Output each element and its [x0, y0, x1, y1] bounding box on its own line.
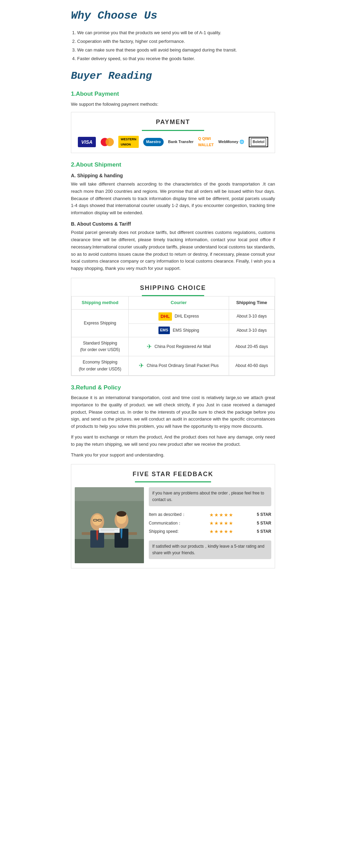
- feedback-row-item: Item as described： ★★★★★ 5 STAR: [149, 511, 271, 519]
- item-stars: ★★★★★: [209, 511, 234, 519]
- chinapost-icon-2: ✈: [139, 361, 144, 371]
- payment-logos: VISA WESTERNUNION Maestro Bank Transfer …: [77, 136, 269, 148]
- shipping-table: Shipping method Courier Shipping Time Ex…: [71, 296, 275, 376]
- standard-label: China Post Registered Air Mail: [155, 343, 211, 350]
- payment-box: PAYMENT VISA WESTERNUNION Maestro Bank T…: [71, 112, 275, 153]
- shipping-choice-box: SHIPPING CHOICE Shipping method Courier …: [71, 278, 275, 376]
- comm-label: Communication：: [149, 520, 187, 527]
- svg-point-14: [117, 511, 126, 517]
- feedback-row-communication: Communication： ★★★★★ 5 STAR: [149, 519, 271, 527]
- standard-method-cell: Standard Shipping(for order over USD5): [72, 337, 129, 356]
- standard-courier-cell: ✈ China Post Registered Air Mail: [129, 337, 229, 356]
- table-row: Standard Shipping(for order over USD5) ✈…: [72, 337, 275, 356]
- express-method-cell: Express Shipping: [72, 309, 129, 337]
- economy-method-cell: Economy Shipping(for order under USD5): [72, 356, 129, 375]
- refund-text-3: Thank you for your support and understan…: [71, 452, 275, 459]
- bank-transfer-logo: Bank Transfer: [168, 139, 193, 145]
- maestro-logo: Maestro: [143, 138, 163, 146]
- svg-rect-15: [99, 528, 120, 533]
- col-courier: Courier: [129, 296, 229, 309]
- table-row: Economy Shipping(for order under USD5) ✈…: [72, 356, 275, 375]
- payment-underline: [142, 130, 204, 131]
- ems-courier-cell: EMS EMS Shipping: [129, 324, 229, 337]
- feedback-content: if you have any problems about the order…: [71, 487, 275, 568]
- table-row: Express Shipping DHL DHL Express About 3…: [72, 309, 275, 324]
- feedback-bubble-bottom: If satisfied with our products，kindly le…: [149, 540, 271, 559]
- economy-label: China Post Ordinary Small Packet Plus: [147, 362, 219, 369]
- chinapost-icon: ✈: [147, 342, 152, 352]
- feedback-row-shipping: Shipping speed: ★★★★★ 5 STAR: [149, 528, 271, 535]
- economy-courier-cell: ✈ China Post Ordinary Small Packet Plus: [129, 356, 229, 375]
- col-method: Shipping method: [72, 296, 129, 309]
- svg-rect-18: [75, 487, 144, 501]
- ship-stars: ★★★★★: [209, 528, 234, 535]
- ems-time-cell: About 3-10 days: [229, 324, 274, 337]
- dhl-time-cell: About 3-10 days: [229, 309, 274, 324]
- ship-value: 5 STAR: [256, 528, 271, 535]
- customs-tariff-title: B. About Customs & Tariff: [71, 220, 275, 228]
- shipping-handling-title: A. Shipping & handing: [71, 172, 275, 179]
- refund-section: 3.Refund & Policy Because it is an inter…: [71, 383, 275, 459]
- shipment-section-title: 2.About Shipment: [71, 160, 275, 169]
- why-item-1: We can promise you that the products we …: [77, 29, 275, 37]
- ship-label: Shipping speed:: [149, 528, 187, 535]
- payment-subtitle: We support the following payment methods…: [71, 101, 275, 108]
- dhl-courier-cell: DHL DHL Express: [129, 309, 229, 324]
- ems-badge: EMS: [158, 327, 170, 334]
- refund-text-2: If you want to exchange or return the pr…: [71, 434, 275, 448]
- feedback-box: FIVE STAR FEEDBACK: [71, 464, 275, 568]
- payment-box-title: PAYMENT: [77, 117, 269, 127]
- ems-label: EMS Shipping: [173, 327, 199, 334]
- webmoney-logo: WebMoney 🌐: [218, 139, 244, 145]
- feedback-image: [75, 487, 144, 563]
- why-item-4: Faster delivery speed, so that you recei…: [77, 55, 275, 63]
- shipping-box-title: SHIPPING CHOICE: [71, 278, 275, 295]
- feedback-underline: [135, 481, 211, 482]
- shipping-handling-text: We will take different channels accordin…: [71, 181, 275, 217]
- mastercard-logo: [101, 138, 114, 146]
- why-item-2: Cooperation with the factory, higher cos…: [77, 38, 275, 45]
- feedback-rows: Item as described： ★★★★★ 5 STAR Communic…: [149, 511, 271, 536]
- dhl-label: DHL Express: [175, 313, 199, 320]
- standard-time-cell: About 20-45 days: [229, 337, 274, 356]
- dhl-badge: DHL: [158, 312, 172, 321]
- refund-section-title: 3.Refund & Policy: [71, 383, 275, 392]
- why-item-3: We can make sure that these goods will a…: [77, 47, 275, 54]
- item-value: 5 STAR: [256, 511, 271, 518]
- comm-stars: ★★★★★: [209, 519, 234, 527]
- feedback-right: if you have any problems about the order…: [144, 487, 271, 563]
- refund-text-1: Because it is an international transport…: [71, 394, 275, 430]
- feedback-bubble-top: if you have any problems about the order…: [149, 487, 271, 506]
- buyer-reading-title: Buyer Reading: [71, 68, 275, 84]
- svg-rect-1: [75, 539, 144, 563]
- payment-section: 1.About Payment We support the following…: [71, 89, 275, 153]
- payment-section-title: 1.About Payment: [71, 89, 275, 98]
- col-time: Shipping Time: [229, 296, 274, 309]
- boletol-logo: Boletol: [249, 137, 268, 147]
- main-title: Why Choose Us: [71, 7, 275, 25]
- visa-logo: VISA: [78, 137, 96, 147]
- feedback-title: FIVE STAR FEEDBACK: [71, 464, 275, 481]
- western-union-logo: WESTERNUNION: [118, 136, 139, 148]
- shipment-section: 2.About Shipment A. Shipping & handing W…: [71, 160, 275, 376]
- economy-time-cell: About 40-60 days: [229, 356, 274, 375]
- why-choose-list: We can promise you that the products we …: [77, 29, 275, 62]
- qiwi-logo: Q QIWIWALLET: [198, 136, 214, 148]
- comm-value: 5 STAR: [256, 520, 271, 527]
- customs-tariff-text: Postal parcel generally does not produce…: [71, 229, 275, 272]
- item-label: Item as described：: [149, 511, 187, 518]
